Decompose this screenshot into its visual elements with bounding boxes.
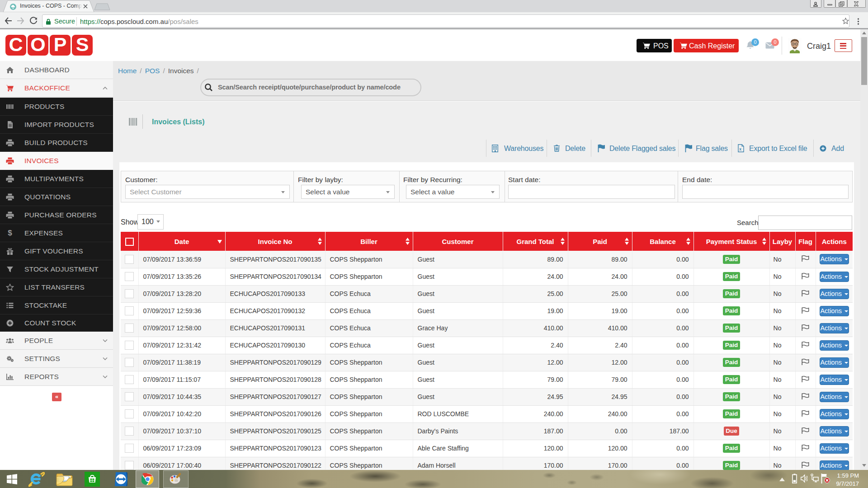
svg-text:x: x bbox=[739, 147, 741, 151]
